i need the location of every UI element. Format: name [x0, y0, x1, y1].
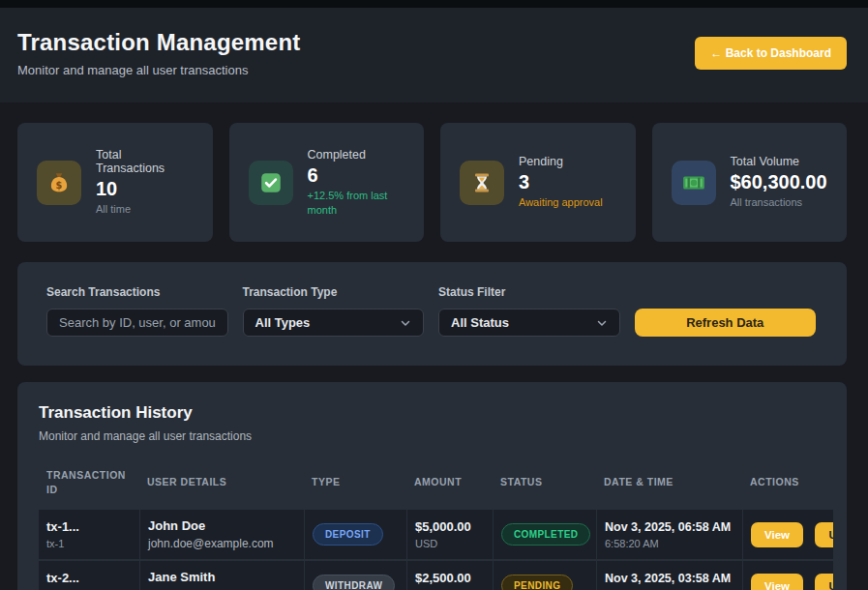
- stats-row: $ Total Transactions 10 All time Complet…: [17, 123, 847, 242]
- stat-subtext: All transactions: [731, 195, 827, 210]
- type-cell: WITHDRAW: [304, 561, 406, 590]
- stat-card-completed: Completed 6 +12.5% from last month: [229, 123, 425, 242]
- stat-body: Completed 6 +12.5% from last month: [308, 148, 405, 218]
- stat-body: Total Volume $60,300.00 All transactions: [731, 155, 827, 210]
- type-badge: WITHDRAW: [313, 575, 395, 590]
- stat-label: Completed: [308, 148, 405, 162]
- update-button[interactable]: Update: [815, 574, 833, 590]
- user-name: Jane Smith: [148, 570, 296, 584]
- check-icon: [249, 161, 293, 205]
- status-cell: PENDING: [493, 561, 596, 590]
- date: Nov 3, 2025, 03:58 AM: [605, 572, 734, 585]
- stat-subtext: +12.5% from last month: [308, 189, 405, 218]
- table-title: Transaction History: [39, 403, 833, 423]
- stat-value: 6: [308, 164, 405, 187]
- stat-label: Total Volume: [731, 155, 827, 168]
- refresh-field: Refresh Data: [635, 309, 817, 337]
- transaction-history-section: Transaction History Monitor and manage a…: [17, 382, 847, 590]
- svg-text:$: $: [56, 179, 63, 190]
- stat-subtext: Awaiting approval: [519, 195, 603, 210]
- view-button[interactable]: View: [751, 574, 803, 590]
- page-subtitle: Monitor and manage all user transactions: [17, 63, 300, 77]
- stat-body: Pending 3 Awaiting approval: [519, 155, 603, 210]
- header-text: Transaction Management Monitor and manag…: [17, 29, 300, 77]
- status-filter-value: All Status: [451, 315, 509, 330]
- back-to-dashboard-button[interactable]: ← Back to Dashboard: [695, 37, 847, 70]
- status-cell: COMPLETED: [493, 510, 596, 559]
- user-details-cell: Jane Smith jane.smith@example.com: [139, 561, 304, 590]
- amount: $2,500.00: [415, 571, 485, 585]
- currency: USD: [415, 538, 485, 549]
- table-header-row: Transaction ID User Details Type Amount …: [39, 458, 833, 508]
- stat-value: 10: [96, 178, 194, 200]
- stat-card-total-volume: Total Volume $60,300.00 All transactions: [652, 123, 848, 242]
- stat-label: Pending: [519, 155, 603, 168]
- column-header-actions: Actions: [742, 458, 833, 508]
- actions-cell: View Update: [742, 510, 833, 559]
- update-button[interactable]: Update: [815, 522, 833, 547]
- table-row: tx-1... tx-1 John Doe john.doe@example.c…: [39, 510, 833, 559]
- type-cell: DEPOSIT: [304, 510, 406, 559]
- stat-subtext: All time: [96, 202, 194, 217]
- transaction-id: tx-2...: [46, 571, 132, 585]
- user-email: john.doe@example.com: [148, 537, 296, 550]
- column-header-amount: Amount: [406, 458, 493, 508]
- status-badge: COMPLETED: [501, 523, 590, 546]
- stat-body: Total Transactions 10 All time: [96, 148, 194, 217]
- filter-bar: Search Transactions Transaction Type All…: [17, 262, 847, 366]
- top-bar: [0, 0, 868, 8]
- amount-cell: $2,500.00 USD: [406, 561, 493, 590]
- page-title: Transaction Management: [17, 29, 300, 56]
- chevron-down-icon: [596, 317, 608, 329]
- chevron-down-icon: [400, 317, 411, 329]
- user-details-cell: John Doe john.doe@example.com: [139, 510, 304, 559]
- time: 6:58:20 AM: [605, 538, 734, 549]
- transaction-type-field: Transaction Type All Types: [243, 285, 425, 337]
- transactions-table: Transaction ID User Details Type Amount …: [39, 457, 833, 590]
- status-filter-field: Status Filter All Status: [438, 285, 620, 337]
- actions-cell: View Update: [742, 561, 833, 590]
- table-row: tx-2... tx-2 Jane Smith jane.smith@examp…: [39, 561, 833, 590]
- transaction-id-cell: tx-2... tx-2: [39, 561, 139, 590]
- date: Nov 3, 2025, 06:58 AM: [605, 520, 734, 534]
- transaction-id-cell: tx-1... tx-1: [39, 510, 139, 559]
- table-wrapper: Transaction ID User Details Type Amount …: [39, 457, 833, 590]
- status-badge: PENDING: [501, 575, 573, 590]
- stat-value: $60,300.00: [731, 171, 827, 193]
- stat-label: Total Transactions: [96, 148, 194, 175]
- search-field: Search Transactions: [46, 285, 228, 337]
- search-input[interactable]: [46, 309, 228, 337]
- transaction-id-sub: tx-1: [46, 538, 132, 549]
- column-header-transaction-id: Transaction ID: [39, 458, 139, 508]
- money-bag-icon: $: [37, 161, 81, 205]
- page-header: Transaction Management Monitor and manag…: [0, 8, 868, 103]
- amount-cell: $5,000.00 USD: [406, 510, 493, 559]
- search-label: Search Transactions: [46, 285, 228, 299]
- table-subtitle: Monitor and manage all user transactions: [39, 429, 833, 443]
- hourglass-icon: [460, 161, 504, 205]
- stat-value: 3: [519, 171, 603, 193]
- view-button[interactable]: View: [751, 522, 803, 547]
- column-header-type: Type: [304, 458, 406, 508]
- column-header-status: Status: [493, 458, 596, 508]
- transaction-id: tx-1...: [46, 519, 132, 534]
- date-time-cell: Nov 3, 2025, 06:58 AM 6:58:20 AM: [596, 510, 742, 559]
- transaction-type-label: Transaction Type: [243, 285, 425, 299]
- status-filter-select[interactable]: All Status: [438, 309, 620, 337]
- refresh-data-button[interactable]: Refresh Data: [635, 309, 817, 337]
- banknote-icon: [672, 161, 716, 205]
- stat-card-total-transactions: $ Total Transactions 10 All time: [17, 123, 213, 242]
- transaction-type-select[interactable]: All Types: [243, 309, 425, 337]
- column-header-date-time: Date & Time: [596, 458, 742, 508]
- status-filter-label: Status Filter: [438, 285, 620, 299]
- stat-card-pending: Pending 3 Awaiting approval: [440, 123, 636, 242]
- amount: $5,000.00: [415, 519, 485, 534]
- column-header-user-details: User Details: [139, 458, 304, 508]
- type-badge: DEPOSIT: [313, 523, 383, 546]
- user-name: John Doe: [148, 518, 296, 533]
- main-content: $ Total Transactions 10 All time Complet…: [0, 123, 868, 590]
- transaction-type-value: All Types: [255, 315, 311, 330]
- date-time-cell: Nov 3, 2025, 03:58 AM 3:58:20 AM: [596, 561, 742, 590]
